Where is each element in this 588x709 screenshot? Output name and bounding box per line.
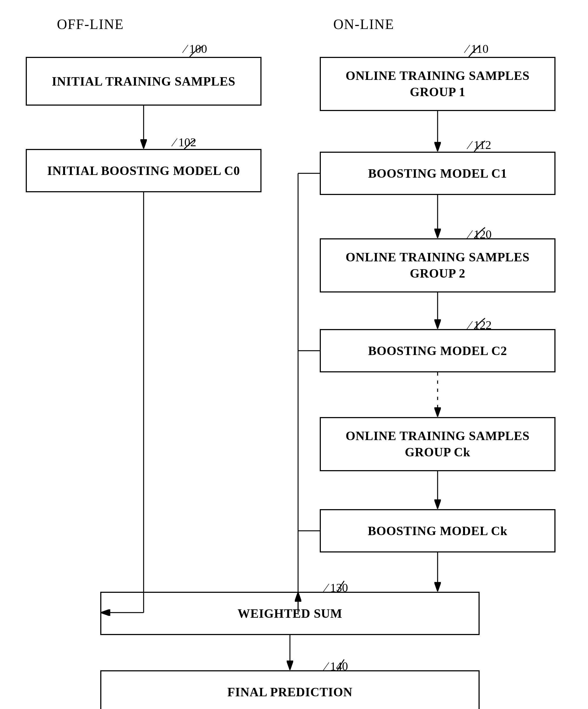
box-boosting-ck: BOOSTING MODEL Ck: [320, 509, 556, 552]
box-final-prediction: FINAL PREDICTION: [100, 670, 480, 709]
box-boosting-c1: BOOSTING MODEL C1: [320, 152, 556, 195]
box-weighted-sum: WEIGHTED SUM: [100, 592, 480, 635]
box-boosting-c2: BOOSTING MODEL C2: [320, 329, 556, 372]
box-online-group2: ONLINE TRAINING SAMPLESGROUP 2: [320, 238, 556, 292]
ref-112: ∕ 112: [469, 138, 491, 152]
box-online-groupck: ONLINE TRAINING SAMPLESGROUP Ck: [320, 417, 556, 471]
diagram: OFF-LINE ON-LINE ∕ 100 INITIAL TRAINING …: [0, 0, 588, 709]
ref-102: ∕ 102: [173, 135, 196, 149]
online-label: ON-LINE: [333, 16, 394, 32]
ref-100: ∕ 100: [184, 42, 207, 56]
box-initial-boosting: INITIAL BOOSTING MODEL C0: [26, 149, 261, 192]
ref-110: ∕ 110: [466, 42, 489, 56]
offline-label: OFF-LINE: [57, 16, 124, 32]
box-online-group1: ONLINE TRAINING SAMPLESGROUP 1: [320, 57, 556, 111]
box-initial-training: INITIAL TRAINING SAMPLES: [26, 57, 261, 106]
